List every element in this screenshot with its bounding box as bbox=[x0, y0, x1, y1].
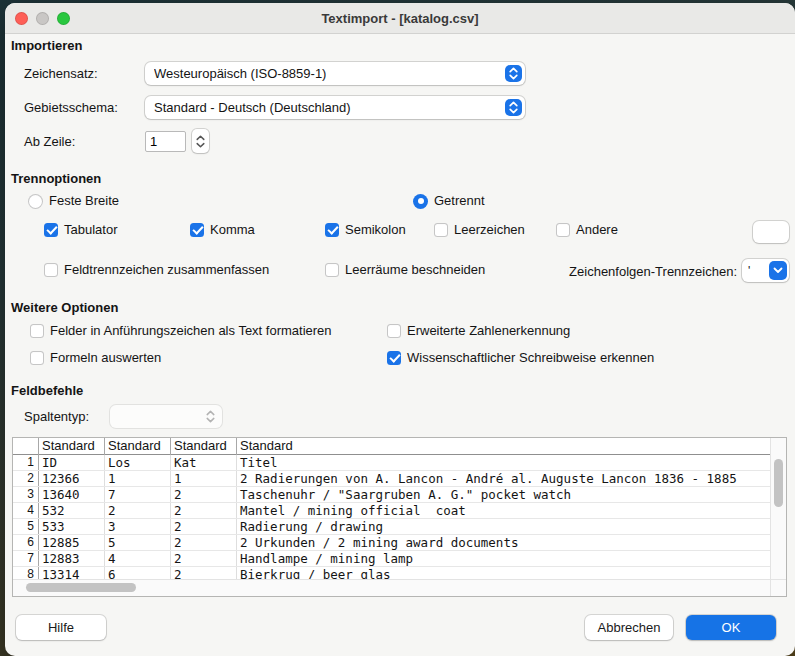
row-cell[interactable]: 13314 bbox=[39, 567, 105, 579]
row-cell[interactable]: 12366 bbox=[39, 471, 105, 486]
row-cell[interactable]: 12885 bbox=[39, 535, 105, 550]
table-row[interactable]: 3 13640 7 2 Taschenuhr / "Saargruben A. … bbox=[13, 487, 770, 503]
checkbox-label[interactable]: Andere bbox=[576, 222, 618, 238]
checkbox-label[interactable]: Formeln auswerten bbox=[50, 350, 161, 366]
row-cell[interactable]: 2 Radierungen von A. Lancon - André al. … bbox=[237, 471, 770, 486]
row-cell[interactable]: 1 bbox=[105, 471, 171, 486]
row-cell[interactable]: 2 bbox=[171, 519, 237, 534]
row-cell[interactable]: 3 bbox=[105, 519, 171, 534]
row-cell[interactable]: 1 bbox=[171, 471, 237, 486]
checkbox-label[interactable]: Erweiterte Zahlenerkennung bbox=[407, 323, 570, 339]
from-row-input[interactable] bbox=[145, 131, 186, 152]
row-cell[interactable]: Handlampe / mining lamp bbox=[237, 551, 770, 566]
checkbox-icon[interactable] bbox=[387, 324, 401, 338]
row-cell[interactable]: 2 bbox=[171, 503, 237, 518]
vertical-scrollbar-thumb[interactable] bbox=[774, 459, 783, 507]
horizontal-scrollbar-thumb[interactable] bbox=[26, 583, 136, 592]
checkbox-label[interactable]: Leerzeichen bbox=[454, 222, 525, 238]
checkbox-icon[interactable] bbox=[434, 223, 448, 237]
checkbox-merge-delimiters[interactable]: Feldtrennzeichen zusammenfassen bbox=[44, 262, 269, 278]
row-cell[interactable]: Los bbox=[105, 455, 171, 470]
checkbox-scientific-notation[interactable]: Wissenschaftlicher Schreibweise erkennen bbox=[387, 350, 654, 366]
table-row[interactable]: 2 12366 1 1 2 Radierungen von A. Lancon … bbox=[13, 471, 770, 487]
checkbox-label[interactable]: Tabulator bbox=[64, 222, 117, 238]
checkbox-label[interactable]: Semikolon bbox=[345, 222, 406, 238]
row-cell[interactable]: 533 bbox=[39, 519, 105, 534]
row-cell[interactable]: 6 bbox=[105, 567, 171, 579]
separated-label[interactable]: Getrennt bbox=[434, 193, 485, 209]
zoom-icon[interactable] bbox=[57, 12, 70, 25]
close-icon[interactable] bbox=[15, 12, 28, 25]
row-cell[interactable]: 2 Urkunden / 2 mining award documents bbox=[237, 535, 770, 550]
from-row-spinner[interactable] bbox=[192, 129, 209, 153]
row-cell[interactable]: 12883 bbox=[39, 551, 105, 566]
row-cell[interactable]: Radierung / drawing bbox=[237, 519, 770, 534]
radio-icon[interactable] bbox=[413, 194, 428, 209]
checkbox-quoted-as-text[interactable]: Felder in Anführungszeichen als Text for… bbox=[30, 323, 332, 339]
cancel-button[interactable]: Abbrechen bbox=[585, 615, 673, 640]
checkbox-label[interactable]: Leerräume beschneiden bbox=[345, 262, 485, 278]
table-row[interactable]: 8 13314 6 2 Bierkrug / beer glas bbox=[13, 567, 770, 579]
other-separator-input[interactable] bbox=[753, 221, 789, 243]
column-header[interactable]: Standard bbox=[171, 438, 237, 455]
table-row[interactable]: 6 12885 5 2 2 Urkunden / 2 mining award … bbox=[13, 535, 770, 551]
table-row[interactable]: 1 ID Los Kat Titel bbox=[13, 455, 770, 471]
radio-icon[interactable] bbox=[28, 194, 43, 209]
checkbox-icon[interactable] bbox=[30, 324, 44, 338]
checkbox-tabulator[interactable]: Tabulator bbox=[44, 222, 117, 238]
table-row[interactable]: 5 533 3 2 Radierung / drawing bbox=[13, 519, 770, 535]
checkbox-trim-spaces[interactable]: Leerräume beschneiden bbox=[325, 262, 485, 278]
table-row[interactable]: 7 12883 4 2 Handlampe / mining lamp bbox=[13, 551, 770, 567]
fixed-width-radio[interactable]: Feste Breite bbox=[28, 193, 119, 209]
checkbox-icon[interactable] bbox=[556, 223, 570, 237]
row-cell[interactable]: 2 bbox=[171, 551, 237, 566]
checkbox-andere[interactable]: Andere bbox=[556, 222, 618, 238]
row-cell[interactable]: Taschenuhr / "Saargruben A. G." pocket w… bbox=[237, 487, 770, 502]
checkbox-label[interactable]: Wissenschaftlicher Schreibweise erkennen bbox=[407, 350, 654, 366]
column-header[interactable]: Standard bbox=[237, 438, 770, 455]
row-cell[interactable]: 2 bbox=[171, 487, 237, 502]
checkbox-icon[interactable] bbox=[325, 263, 339, 277]
title-bar[interactable]: Textimport - [katalog.csv] bbox=[5, 3, 795, 34]
checkbox-label[interactable]: Felder in Anführungszeichen als Text for… bbox=[50, 323, 332, 339]
horizontal-scrollbar[interactable] bbox=[13, 579, 770, 596]
row-cell[interactable]: Mantel / mining official coat bbox=[237, 503, 770, 518]
row-cell[interactable]: 13640 bbox=[39, 487, 105, 502]
fixed-width-label[interactable]: Feste Breite bbox=[49, 193, 119, 209]
checkbox-special-numbers[interactable]: Erweiterte Zahlenerkennung bbox=[387, 323, 570, 339]
row-cell[interactable]: 7 bbox=[105, 487, 171, 502]
column-header[interactable]: Standard bbox=[39, 438, 105, 455]
checkbox-semikolon[interactable]: Semikolon bbox=[325, 222, 406, 238]
column-type-select[interactable] bbox=[110, 405, 222, 428]
row-cell[interactable]: 532 bbox=[39, 503, 105, 518]
checkbox-icon[interactable] bbox=[30, 351, 44, 365]
row-cell[interactable]: 4 bbox=[105, 551, 171, 566]
checkbox-label[interactable]: Komma bbox=[210, 222, 255, 238]
help-button[interactable]: Hilfe bbox=[16, 615, 106, 640]
checkbox-icon[interactable] bbox=[44, 223, 58, 237]
row-cell[interactable]: 5 bbox=[105, 535, 171, 550]
checkbox-komma[interactable]: Komma bbox=[190, 222, 255, 238]
row-cell[interactable]: 2 bbox=[105, 503, 171, 518]
column-header[interactable]: Standard bbox=[105, 438, 171, 455]
locale-select[interactable]: Standard - Deutsch (Deutschland) bbox=[145, 96, 525, 119]
string-delimiter-combo[interactable]: ' bbox=[742, 259, 789, 282]
checkbox-icon[interactable] bbox=[387, 351, 401, 365]
row-cell[interactable]: Bierkrug / beer glas bbox=[237, 567, 770, 579]
vertical-scrollbar[interactable] bbox=[770, 438, 786, 579]
row-cell[interactable]: 2 bbox=[171, 567, 237, 579]
row-cell[interactable]: Titel bbox=[237, 455, 770, 470]
separated-radio[interactable]: Getrennt bbox=[413, 193, 485, 209]
checkbox-icon[interactable] bbox=[44, 263, 58, 277]
row-cell[interactable]: Kat bbox=[171, 455, 237, 470]
checkbox-label[interactable]: Feldtrennzeichen zusammenfassen bbox=[64, 262, 269, 278]
table-row[interactable]: 4 532 2 2 Mantel / mining official coat bbox=[13, 503, 770, 519]
checkbox-evaluate-formulas[interactable]: Formeln auswerten bbox=[30, 350, 161, 366]
checkbox-icon[interactable] bbox=[325, 223, 339, 237]
checkbox-leerzeichen[interactable]: Leerzeichen bbox=[434, 222, 525, 238]
checkbox-icon[interactable] bbox=[190, 223, 204, 237]
charset-select[interactable]: Westeuropäisch (ISO-8859-1) bbox=[145, 62, 525, 85]
ok-button[interactable]: OK bbox=[686, 615, 776, 640]
row-cell[interactable]: ID bbox=[39, 455, 105, 470]
row-cell[interactable]: 2 bbox=[171, 535, 237, 550]
